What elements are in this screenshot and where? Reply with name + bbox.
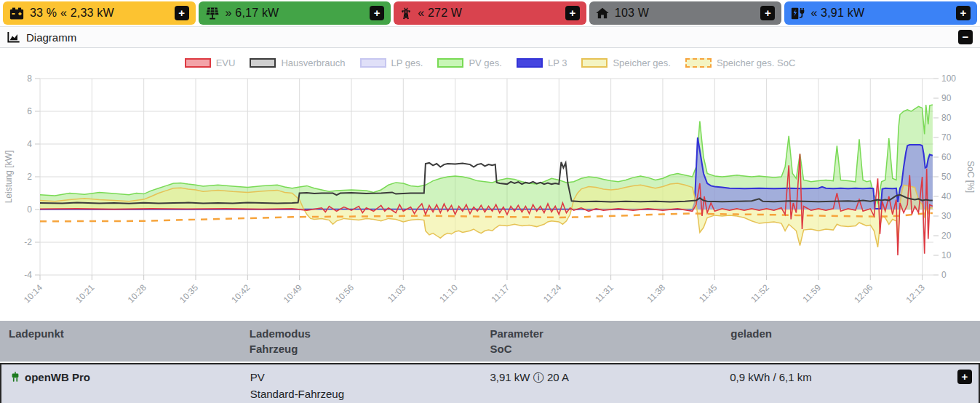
legend-swatch [360, 58, 386, 68]
legend-label: EVU [216, 57, 236, 68]
legend-label: PV ges. [469, 57, 502, 68]
svg-text:10:28: 10:28 [126, 282, 148, 305]
status-badge-house[interactable]: 103 W + [589, 1, 782, 25]
legend-swatch [437, 58, 463, 68]
charged-energy: 0,9 kWh / 6,1 km [730, 371, 812, 383]
svg-text:10:49: 10:49 [282, 282, 304, 305]
svg-text:30: 30 [941, 211, 952, 221]
svg-text:2: 2 [27, 172, 32, 182]
panel-title: Diagramm [26, 31, 952, 44]
svg-text:-2: -2 [24, 237, 32, 247]
chargepoint-name: openWB Pro [25, 369, 90, 386]
pylon-icon [400, 7, 412, 20]
svg-text:6: 6 [27, 106, 32, 116]
legend-item-lp-ges-[interactable]: LP ges. [360, 57, 423, 68]
col-ladepunkt: Ladepunkt [9, 326, 250, 341]
svg-text:10: 10 [941, 250, 952, 260]
diagram-panel-header[interactable]: Diagramm − [0, 26, 980, 48]
home-icon [596, 7, 609, 19]
legend-swatch [685, 58, 712, 68]
legend-item-evu[interactable]: EVU [185, 57, 236, 68]
legend-label: Speicher ges. [613, 57, 671, 68]
svg-text:50: 50 [941, 172, 952, 182]
openwb-dashboard: { "badges": [ {"id":"battery","color":"#… [0, 0, 980, 403]
legend-label: LP ges. [391, 57, 423, 68]
status-badge-chargepoint[interactable]: « 3,91 kW + [784, 1, 977, 25]
legend-item-speicher-ges-[interactable]: Speicher ges. [581, 57, 671, 68]
col-geladen: geladen [730, 326, 971, 341]
status-badge-pv[interactable]: » 6,17 kW + [199, 1, 391, 25]
legend-item-speicher-ges-soc[interactable]: Speicher ges. SoC [685, 57, 795, 68]
svg-text:11:31: 11:31 [593, 282, 616, 305]
y-left-title: Leistung [kW] [4, 151, 14, 204]
svg-text:11:24: 11:24 [541, 282, 564, 305]
area-chart-icon [7, 31, 20, 43]
minus-square-icon[interactable]: − [958, 30, 973, 44]
chargepoint-table: Ladepunkt LademodusFahrzeug ParameterSoC… [0, 321, 980, 403]
plus-square-icon[interactable]: + [956, 6, 971, 20]
legend-swatch [185, 58, 211, 68]
svg-text:60: 60 [941, 152, 952, 162]
legend-label: Hausverbrauch [281, 57, 345, 68]
status-badge-battery[interactable]: 33 % « 2,33 kW + [3, 1, 196, 25]
svg-text:0: 0 [27, 204, 32, 215]
table-row: openWB Pro PV Standard-Fahrzeug 3,91 kW … [0, 363, 980, 403]
svg-text:10:56: 10:56 [333, 282, 356, 305]
legend-item-lp-3[interactable]: LP 3 [517, 57, 567, 68]
svg-text:8: 8 [27, 73, 32, 84]
solar-panel-icon [205, 7, 220, 20]
svg-text:11:45: 11:45 [697, 282, 720, 305]
col-lademodus: Lademodus [250, 326, 490, 341]
legend-item-hausverbrauch[interactable]: Hausverbrauch [250, 57, 345, 68]
power-chart: EVUHausverbrauchLP ges.PV ges.LP 3Speich… [0, 48, 980, 318]
plus-square-icon[interactable]: + [957, 370, 972, 384]
svg-text:40: 40 [941, 191, 952, 202]
svg-text:80: 80 [941, 113, 952, 123]
series-layer [40, 105, 933, 255]
svg-text:11:52: 11:52 [749, 282, 771, 305]
svg-text:11:59: 11:59 [801, 282, 824, 305]
col-soc: SoC [490, 341, 731, 356]
chart-canvas: 86420-2-4100908070605040302010010:1410:2… [0, 48, 980, 318]
table-header: Ladepunkt LademodusFahrzeug ParameterSoC… [0, 321, 980, 362]
svg-text:10:42: 10:42 [229, 282, 252, 305]
svg-text:10:14: 10:14 [22, 282, 44, 305]
svg-text:12:06: 12:06 [852, 282, 875, 305]
svg-text:90: 90 [941, 93, 952, 103]
legend-item-pv-ges-[interactable]: PV ges. [437, 57, 502, 68]
status-badge-grid[interactable]: « 272 W + [394, 1, 586, 25]
legend-label: Speicher ges. SoC [717, 57, 795, 68]
plus-square-icon[interactable]: + [760, 6, 775, 20]
charge-power: 3,91 kW [490, 371, 530, 383]
svg-text:10:35: 10:35 [178, 282, 200, 305]
plus-square-icon[interactable]: + [175, 6, 189, 20]
legend-swatch [250, 58, 276, 68]
svg-text:0: 0 [941, 270, 947, 280]
plug-icon [10, 369, 20, 387]
svg-text:10:21: 10:21 [73, 282, 96, 305]
svg-text:11:03: 11:03 [386, 282, 408, 305]
legend-swatch [581, 58, 607, 68]
plus-square-icon[interactable]: + [565, 6, 580, 20]
svg-text:11:17: 11:17 [490, 282, 512, 305]
col-fahrzeug: Fahrzeug [250, 341, 490, 356]
status-badge-row: 33 % « 2,33 kW + » 6,17 kW + « 272 W + 1… [0, 0, 980, 26]
svg-text:100: 100 [941, 73, 956, 84]
vehicle-name: Standard-Fahrzeug [250, 386, 490, 402]
chart-legend: EVUHausverbrauchLP ges.PV ges.LP 3Speich… [0, 57, 980, 68]
svg-text:4: 4 [27, 139, 32, 149]
svg-text:20: 20 [941, 231, 952, 241]
y-right-title: SoC [%] [965, 161, 976, 193]
legend-swatch [517, 58, 543, 68]
charging-station-icon [791, 7, 805, 20]
svg-text:-4: -4 [24, 270, 32, 280]
svg-text:70: 70 [941, 132, 952, 143]
svg-text:11:10: 11:10 [437, 282, 460, 305]
svg-text:11:38: 11:38 [645, 282, 668, 305]
svg-text:12:13: 12:13 [904, 282, 927, 305]
car-battery-icon [9, 7, 24, 20]
plus-square-icon[interactable]: + [370, 6, 384, 20]
legend-label: LP 3 [548, 57, 567, 68]
col-parameter: Parameter [490, 326, 731, 341]
charge-current: 20 A [547, 371, 569, 383]
